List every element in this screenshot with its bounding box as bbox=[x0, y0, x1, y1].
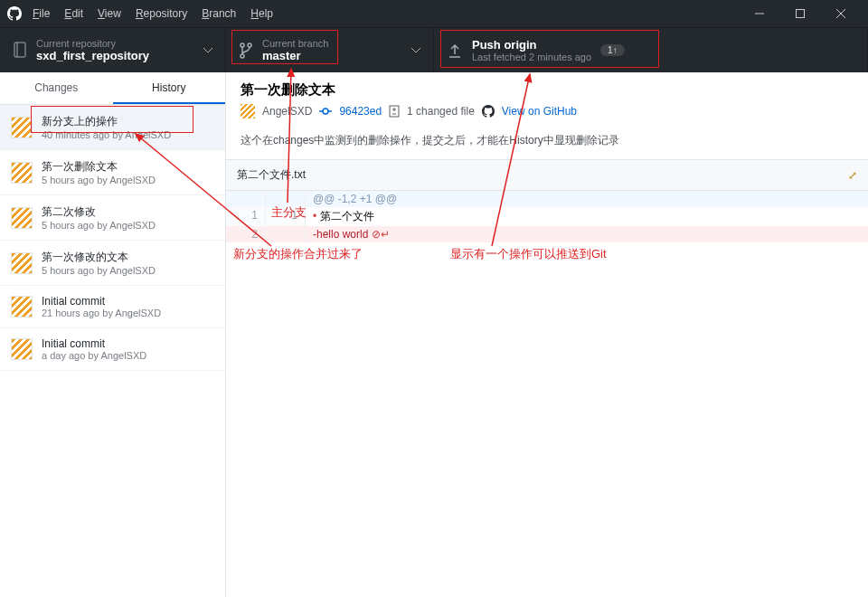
commit-item[interactable]: Initial commita day ago by AngelSXD bbox=[0, 328, 225, 371]
view-on-github-link[interactable]: View on GitHub bbox=[502, 105, 577, 118]
current-branch-selector[interactable]: Current branch master bbox=[226, 28, 434, 72]
menu-help[interactable]: Help bbox=[250, 7, 273, 20]
svg-rect-1 bbox=[796, 10, 804, 18]
current-repository-selector[interactable]: Current repository sxd_first_repository bbox=[0, 28, 226, 72]
commit-meta: 40 minutes ago by AngelSXD bbox=[42, 129, 171, 140]
commit-title: Initial commit bbox=[42, 337, 146, 350]
commit-title: 新分支上的操作 bbox=[42, 114, 171, 129]
bullet-icon: • bbox=[313, 210, 316, 223]
commit-item[interactable]: 新分支上的操作40 minutes ago by AngelSXD bbox=[0, 105, 225, 150]
github-icon bbox=[482, 105, 495, 118]
commit-title: 第二次修改 bbox=[42, 204, 156, 220]
file-header[interactable]: 第二个文件.txt ⤢ bbox=[226, 160, 868, 191]
no-newline-icon: ⊘↵ bbox=[372, 228, 390, 241]
menu-file[interactable]: File bbox=[33, 7, 50, 20]
push-origin-button[interactable]: Push origin Last fetched 2 minutes ago 1… bbox=[434, 28, 868, 72]
title-bar: File Edit View Repository Branch Help bbox=[0, 0, 868, 27]
content-pane: 第一次删除文本 AngelSXD 96423ed 1 changed file … bbox=[226, 72, 868, 597]
commit-item[interactable]: 第一次删除文本5 hours ago by AngelSXD bbox=[0, 150, 225, 195]
menu-repository[interactable]: Repository bbox=[136, 7, 187, 20]
diff-code: -hello world bbox=[313, 228, 368, 241]
line-num-old: 2 bbox=[226, 226, 266, 242]
commit-meta: 5 hours ago by AngelSXD bbox=[42, 175, 156, 185]
svg-point-8 bbox=[248, 43, 251, 47]
commit-title: 第一次修改的文本 bbox=[42, 250, 156, 265]
avatar bbox=[11, 207, 33, 229]
commit-meta: 21 hours ago by AngelSXD bbox=[42, 308, 161, 318]
chevron-down-icon bbox=[203, 48, 212, 53]
minimize-button[interactable] bbox=[739, 0, 779, 27]
avatar bbox=[11, 338, 33, 360]
avatar bbox=[11, 296, 33, 317]
diff-line: 1 1 •第二个文件 bbox=[226, 207, 868, 226]
main-area: Changes History 新分支上的操作40 minutes ago by… bbox=[0, 72, 868, 597]
hunk-header: @@ -1,2 +1 @@ bbox=[306, 191, 868, 207]
diff-hunk: @@ -1,2 +1 @@ bbox=[226, 191, 868, 207]
commit-meta-row: AngelSXD 96423ed 1 changed file View on … bbox=[241, 104, 854, 118]
avatar bbox=[11, 162, 33, 184]
push-badge: 1↑ bbox=[600, 44, 625, 56]
commit-view-title: 第一次删除文本 bbox=[241, 81, 854, 99]
commit-meta: 5 hours ago by AngelSXD bbox=[42, 265, 156, 276]
repo-label: Current repository bbox=[36, 38, 149, 49]
window-controls bbox=[739, 0, 861, 27]
line-num-new: 1 bbox=[266, 207, 306, 226]
chevron-down-icon bbox=[411, 48, 420, 53]
tab-history[interactable]: History bbox=[113, 72, 226, 104]
diff-code: 第二个文件 bbox=[320, 210, 374, 223]
menu-branch[interactable]: Branch bbox=[202, 7, 236, 20]
changed-files: 1 changed file bbox=[407, 105, 475, 118]
commit-author: AngelSXD bbox=[262, 105, 312, 118]
svg-point-6 bbox=[241, 43, 244, 47]
line-num-old: 1 bbox=[226, 207, 266, 226]
repo-icon bbox=[13, 42, 27, 60]
push-sub: Last fetched 2 minutes ago bbox=[472, 52, 591, 62]
svg-point-7 bbox=[241, 54, 244, 58]
commit-title: Initial commit bbox=[42, 295, 161, 308]
branch-name: master bbox=[262, 49, 328, 62]
commit-sha-link[interactable]: 96423ed bbox=[339, 105, 382, 118]
commit-meta: a day ago by AngelSXD bbox=[42, 350, 146, 361]
branch-label: Current branch bbox=[262, 38, 328, 49]
commit-icon bbox=[319, 107, 332, 116]
menu-view[interactable]: View bbox=[98, 7, 121, 20]
svg-point-9 bbox=[323, 109, 328, 114]
avatar bbox=[11, 252, 33, 274]
commit-list[interactable]: 新分支上的操作40 minutes ago by AngelSXD 第一次删除文… bbox=[0, 105, 225, 597]
commit-meta: 5 hours ago by AngelSXD bbox=[42, 220, 156, 231]
commit-item[interactable]: 第一次修改的文本5 hours ago by AngelSXD bbox=[0, 241, 225, 286]
diff-line-deleted: 2 -hello world⊘↵ bbox=[226, 226, 868, 242]
sidebar-tabs: Changes History bbox=[0, 72, 225, 105]
commit-item[interactable]: Initial commit21 hours ago by AngelSXD bbox=[0, 286, 225, 328]
commit-item[interactable]: 第二次修改5 hours ago by AngelSXD bbox=[0, 195, 225, 241]
avatar bbox=[11, 117, 33, 138]
push-label: Push origin bbox=[472, 38, 591, 52]
sidebar: Changes History 新分支上的操作40 minutes ago by… bbox=[0, 72, 226, 597]
menu-edit[interactable]: Edit bbox=[64, 7, 83, 20]
close-button[interactable] bbox=[820, 0, 861, 27]
github-logo-icon bbox=[7, 6, 22, 21]
tab-changes[interactable]: Changes bbox=[0, 72, 113, 104]
commit-description: 这个在changes中监测到的删除操作，提交之后，才能在History中显现删除… bbox=[226, 126, 868, 160]
top-toolbar: Current repository sxd_first_repository … bbox=[0, 27, 868, 72]
diff-view: @@ -1,2 +1 @@ 1 1 •第二个文件 2 -hello world⊘… bbox=[226, 191, 868, 242]
expand-icon[interactable]: ⤢ bbox=[848, 169, 857, 182]
diff-icon bbox=[389, 105, 400, 118]
menu-bar: File Edit View Repository Branch Help bbox=[33, 7, 739, 20]
push-icon bbox=[447, 42, 463, 60]
commit-title: 第一次删除文本 bbox=[42, 159, 156, 175]
avatar bbox=[241, 104, 255, 118]
maximize-button[interactable] bbox=[779, 0, 820, 27]
commit-header: 第一次删除文本 AngelSXD 96423ed 1 changed file … bbox=[226, 72, 868, 126]
branch-icon bbox=[239, 42, 253, 60]
svg-rect-4 bbox=[14, 43, 25, 57]
filename: 第二个文件.txt bbox=[237, 167, 306, 183]
repo-name: sxd_first_repository bbox=[36, 49, 149, 62]
